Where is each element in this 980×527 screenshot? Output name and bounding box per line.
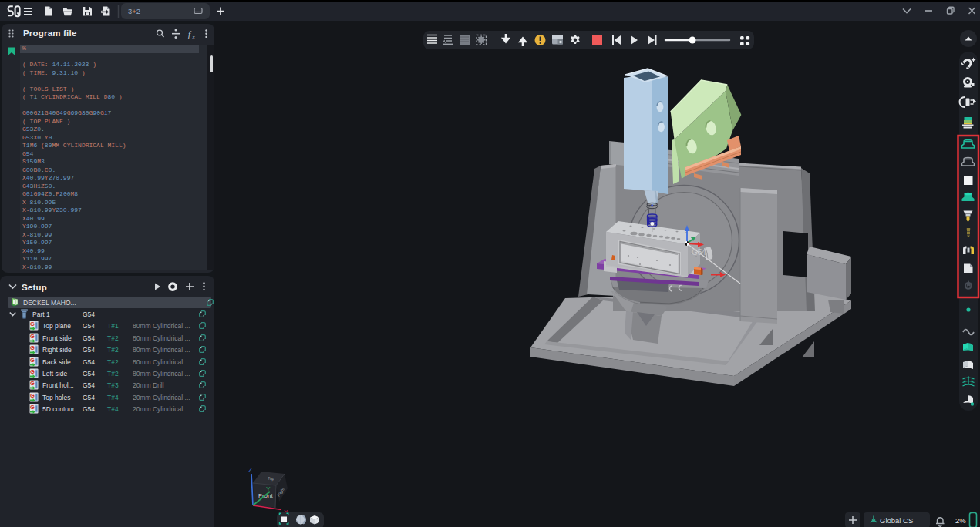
svg-text:2%: 2% <box>955 516 966 525</box>
svg-text:G54: G54 <box>692 248 706 257</box>
svg-text:3+2: 3+2 <box>128 7 140 15</box>
svg-text:G: G <box>30 321 35 328</box>
svg-text:Global CS: Global CS <box>880 516 913 525</box>
svg-text:G: G <box>30 357 35 364</box>
svg-text:G: G <box>30 404 35 411</box>
svg-text:G: G <box>30 368 35 375</box>
svg-text:x: x <box>192 34 196 40</box>
svg-text:Y: Y <box>266 485 271 493</box>
svg-text:G: G <box>30 333 35 340</box>
svg-text:Z: Z <box>248 466 252 474</box>
svg-text:f: f <box>188 29 192 39</box>
svg-text:Front: Front <box>258 492 273 499</box>
svg-text:G: G <box>30 345 35 352</box>
svg-text:G: G <box>30 381 35 388</box>
svg-text:G: G <box>30 392 35 399</box>
svg-text:Top: Top <box>268 476 274 482</box>
